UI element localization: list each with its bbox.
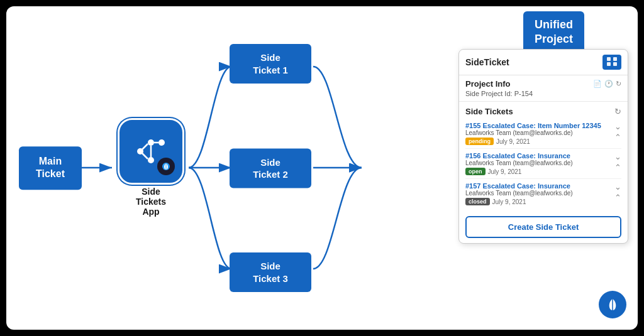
main-canvas: Main Ticket — [6, 6, 638, 330]
svg-rect-17 — [607, 62, 611, 66]
svg-line-9 — [140, 144, 148, 151]
side-ticket-1-label: SideTicket 1 — [253, 52, 288, 75]
card-header-icon — [602, 55, 621, 70]
ticket-item-157: #157 Escalated Case: Insurance Leafworks… — [465, 179, 621, 209]
project-info-title: Project Info — [465, 79, 511, 89]
collapse-icon-156[interactable]: ⌄ — [614, 152, 621, 161]
side-ticket-1: SideTicket 1 — [230, 44, 311, 84]
card-title: SideTicket — [465, 57, 509, 67]
svg-rect-15 — [607, 57, 611, 61]
side-tickets-panel: Side Tickets ↻ #155 Escalated Case: Item… — [459, 102, 628, 211]
svg-point-7 — [158, 139, 165, 146]
clock-icon: 🕐 — [604, 80, 613, 88]
collapse-icon-155[interactable]: ⌄ — [614, 122, 621, 131]
leaf-icon-bottom — [604, 296, 621, 313]
expand-icon-156[interactable]: ⌃ — [614, 163, 621, 172]
svg-point-6 — [148, 139, 154, 146]
ticket-title-156: #156 Escalated Case: Insurance — [465, 152, 614, 160]
ticket-info-157: #157 Escalated Case: Insurance Leafworks… — [465, 182, 614, 205]
leaf-icon-badge — [161, 161, 171, 171]
ticket-info-156: #156 Escalated Case: Insurance Leafworks… — [465, 152, 614, 175]
ticket-title-155: #155 Escalated Case: Item Number 12345 — [465, 122, 614, 129]
badge-pending-155: pending — [465, 138, 494, 145]
project-id-text: Side Project Id: P-154 — [465, 90, 621, 97]
side-tickets-title: Side Tickets — [465, 107, 513, 116]
svg-rect-16 — [613, 57, 617, 61]
ticket-actions-155[interactable]: ⌄ ⌃ — [614, 122, 621, 142]
svg-rect-18 — [613, 62, 617, 66]
svg-line-12 — [140, 151, 148, 159]
side-ticket-2-label: SideTicket 2 — [253, 156, 288, 180]
ticket-meta-156: open July 9, 2021 — [465, 168, 614, 175]
ticket-team-156: Leafworks Team (team@leafworks.de) — [465, 160, 614, 166]
card-header: SideTicket — [459, 50, 628, 75]
ticket-date-157: July 9, 2021 — [492, 198, 526, 205]
app-block: Side Tickets App — [113, 120, 189, 217]
svg-point-8 — [148, 157, 154, 163]
side-ticket-3-label: SideTicket 3 — [253, 261, 288, 284]
app-icon — [119, 120, 182, 183]
ticket-meta-157: closed July 9, 2021 — [465, 198, 614, 205]
ticket-team-155: Leafworks Team (team@leafworks.de) — [465, 129, 614, 136]
create-side-ticket-button[interactable]: Create Side Ticket — [465, 216, 621, 238]
ticket-actions-157[interactable]: ⌄ ⌃ — [614, 182, 621, 202]
unified-project-label: Unified Project — [523, 11, 584, 53]
ticket-date-156: July 9, 2021 — [488, 168, 522, 175]
ticket-info-155: #155 Escalated Case: Item Number 12345 L… — [465, 122, 614, 145]
side-ticket-2: SideTicket 2 — [230, 148, 311, 188]
project-info-section: Project Info 📄 🕐 ↻ Side Project Id: P-15… — [459, 75, 628, 102]
unified-line2: Project — [535, 33, 573, 45]
refresh-icon-2[interactable]: ↻ — [614, 107, 621, 116]
refresh-icon-1[interactable]: ↻ — [616, 80, 621, 88]
bottom-leafworks-icon — [599, 291, 626, 318]
ticket-actions-156[interactable]: ⌄ ⌃ — [614, 152, 621, 172]
ui-card: SideTicket Project Info 📄 🕐 ↻ — [458, 49, 628, 244]
ticket-title-157: #157 Escalated Case: Insurance — [465, 182, 614, 190]
doc-icon: 📄 — [593, 80, 602, 88]
ticket-item-156: #156 Escalated Case: Insurance Leafworks… — [465, 149, 621, 179]
collapse-icon-157[interactable]: ⌄ — [614, 182, 621, 192]
ticket-item-155: #155 Escalated Case: Item Number 12345 L… — [465, 119, 621, 149]
badge-closed-157: closed — [465, 198, 490, 205]
expand-icon-155[interactable]: ⌃ — [614, 133, 621, 142]
expand-icon-157[interactable]: ⌃ — [614, 193, 621, 202]
ticket-date-155: July 9, 2021 — [496, 138, 530, 145]
ticket-team-157: Leafworks Team (team@leafworks.de) — [465, 190, 614, 197]
side-tickets-header: Side Tickets ↻ — [465, 104, 621, 119]
main-ticket-label: Main Ticket — [36, 156, 65, 180]
link-icon — [606, 57, 618, 67]
unified-line1: Unified — [535, 18, 573, 31]
main-ticket-box: Main Ticket — [19, 146, 82, 190]
leafworks-badge-app — [157, 158, 175, 175]
badge-open-156: open — [465, 168, 486, 175]
side-ticket-3: SideTicket 3 — [230, 252, 311, 292]
app-label: Side Tickets App — [113, 187, 189, 217]
project-info-icons: 📄 🕐 ↻ — [593, 80, 621, 88]
ticket-meta-155: pending July 9, 2021 — [465, 138, 614, 145]
